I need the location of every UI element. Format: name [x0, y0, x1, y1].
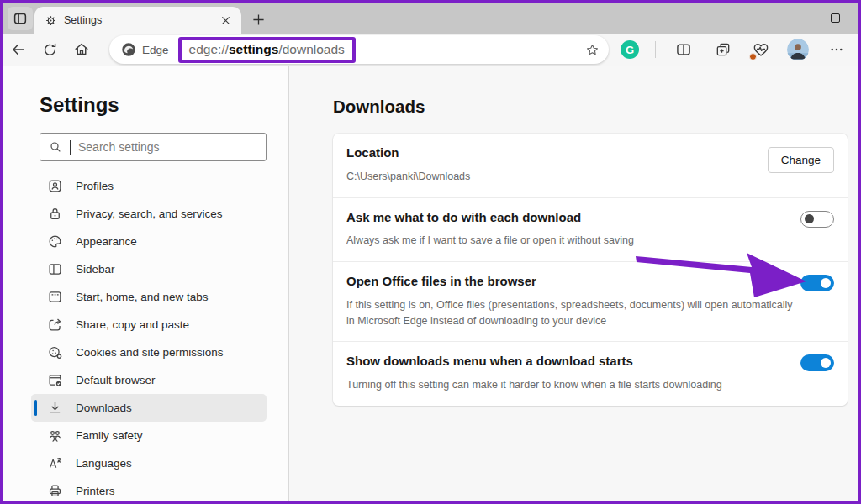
sidebar-item-label: Downloads	[76, 402, 132, 414]
refresh-icon	[42, 42, 58, 58]
back-arrow-icon	[10, 41, 27, 58]
browser-toolbar: Edge edge://settings/downloads G	[3, 34, 858, 66]
printers-icon	[46, 483, 63, 500]
setting-title: Show downloads menu when a download star…	[346, 354, 800, 370]
privacy-lock-icon	[46, 206, 63, 223]
browser-essentials-button[interactable]	[751, 39, 771, 60]
sidebar-item-privacy[interactable]: Privacy, search, and services	[31, 200, 267, 228]
site-label: Edge	[142, 44, 169, 56]
start-home-tabs-icon	[46, 289, 63, 306]
star-icon	[584, 42, 600, 58]
sidebar-item-downloads[interactable]: Downloads	[31, 394, 267, 422]
sidebar-item-default-browser[interactable]: Default browser	[31, 366, 267, 394]
home-icon	[73, 41, 90, 58]
share-copy-paste-icon	[46, 317, 63, 333]
tab-title: Settings	[64, 14, 210, 26]
split-screen-button[interactable]	[672, 38, 695, 61]
url-text[interactable]: edge://settings/downloads	[189, 42, 345, 57]
sidebar-item-family-safety[interactable]: Family safety	[31, 422, 267, 449]
tab-close-button[interactable]	[217, 12, 234, 29]
back-button[interactable]	[6, 37, 31, 62]
refresh-button[interactable]	[38, 37, 63, 62]
page-title: Downloads	[333, 97, 848, 117]
collections-button[interactable]	[711, 38, 735, 61]
tab-actions-button[interactable]	[8, 7, 33, 30]
open-office-files-toggle[interactable]	[800, 275, 834, 291]
setting-row-ask-each-download: Ask me what to do with each download Alw…	[333, 197, 848, 262]
profile-avatar[interactable]	[787, 39, 809, 60]
sidebar-item-label: Family safety	[76, 429, 143, 442]
sidebar-title: Settings	[40, 93, 267, 117]
profiles-icon	[46, 178, 63, 195]
url-annotation-box: edge://settings/downloads	[178, 37, 356, 63]
tab-settings[interactable]: Settings	[34, 7, 241, 34]
search-icon	[49, 140, 62, 154]
window-controls	[804, 13, 858, 23]
languages-icon	[46, 455, 63, 472]
setting-description: If this setting is on, Office files (pre…	[346, 297, 800, 329]
favorites-star-button[interactable]	[580, 38, 604, 61]
sidebar-item-label: Profiles	[76, 180, 114, 192]
ask-download-toggle[interactable]	[800, 211, 834, 228]
sidebar-item-languages[interactable]: Languages	[31, 449, 267, 477]
edge-logo-icon	[121, 42, 136, 57]
address-bar[interactable]: Edge edge://settings/downloads	[109, 35, 609, 64]
sidebar-item-label: Cookies and site permissions	[76, 346, 224, 359]
workspaces-icon	[13, 11, 28, 26]
default-browser-icon	[46, 372, 63, 389]
sidebar-item-label: Start, home, and new tabs	[76, 291, 209, 303]
setting-row-location: Location C:\Users\panki\Downloads Change	[333, 134, 848, 197]
text-caret	[70, 140, 71, 155]
settings-gear-icon	[45, 14, 57, 27]
split-screen-icon	[675, 41, 692, 58]
settings-nav: Profiles Privacy, search, and services A…	[31, 172, 267, 504]
site-badge: Edge	[121, 42, 169, 57]
sidebar-item-label: Appearance	[76, 235, 137, 248]
settings-card: Location C:\Users\panki\Downloads Change…	[333, 134, 848, 406]
setting-row-show-downloads-menu: Show downloads menu when a download star…	[333, 341, 848, 406]
new-tab-button[interactable]	[246, 8, 270, 31]
setting-title: Open Office files in the browser	[346, 274, 800, 290]
sidebar-item-printers[interactable]: Printers	[31, 477, 267, 504]
settings-menu-button[interactable]	[825, 38, 848, 61]
search-input[interactable]	[78, 140, 257, 154]
download-location-path: C:\Users\panki\Downloads	[346, 169, 768, 185]
change-location-button[interactable]: Change	[768, 147, 834, 173]
downloads-settings-panel: Downloads Location C:\Users\panki\Downlo…	[289, 66, 858, 501]
sidebar-item-start-home-tabs[interactable]: Start, home, and new tabs	[31, 283, 267, 311]
sidebar-item-share-copy-paste[interactable]: Share, copy and paste	[31, 311, 267, 339]
sidebar-item-label: Sidebar	[76, 263, 115, 276]
toolbar-divider	[655, 41, 656, 58]
grammarly-extension-icon[interactable]: G	[621, 40, 639, 59]
family-safety-icon	[46, 428, 63, 444]
settings-search-box[interactable]	[40, 133, 267, 161]
show-downloads-menu-toggle[interactable]	[800, 354, 834, 371]
home-button[interactable]	[69, 37, 94, 62]
edge-browser-window: Settings Edge	[0, 0, 861, 504]
setting-description: Always ask me if I want to save a file o…	[346, 233, 800, 249]
sidebar-item-label: Share, copy and paste	[76, 318, 189, 331]
sidebar-item-cookies-permissions[interactable]: Cookies and site permissions	[31, 339, 267, 366]
sidebar-layout-icon	[46, 261, 63, 278]
setting-title: Location	[346, 145, 768, 161]
sidebar-item-label: Printers	[76, 485, 115, 497]
collections-icon	[715, 41, 732, 58]
setting-title: Ask me what to do with each download	[346, 210, 800, 226]
ellipsis-icon	[829, 42, 844, 57]
setting-row-open-office-files: Open Office files in the browser If this…	[333, 261, 848, 341]
sidebar-item-label: Privacy, search, and services	[76, 207, 223, 220]
cookies-permissions-icon	[46, 344, 63, 361]
sidebar-item-profiles[interactable]: Profiles	[31, 172, 267, 200]
maximize-button[interactable]	[831, 13, 840, 23]
setting-description: Turning off this setting can make it har…	[346, 377, 800, 393]
essentials-badge	[749, 53, 757, 60]
sidebar-item-appearance[interactable]: Appearance	[31, 228, 267, 255]
avatar-photo	[787, 39, 809, 60]
maximize-icon	[831, 13, 840, 23]
downloads-arrow-icon	[46, 400, 63, 417]
sidebar-item-label: Languages	[76, 457, 132, 470]
settings-sidebar: Settings Profiles Privacy, search, and s…	[3, 66, 289, 501]
tab-strip: Settings	[3, 3, 858, 34]
sidebar-item-sidebar[interactable]: Sidebar	[31, 255, 267, 283]
toolbar-right-cluster: G	[621, 38, 848, 61]
